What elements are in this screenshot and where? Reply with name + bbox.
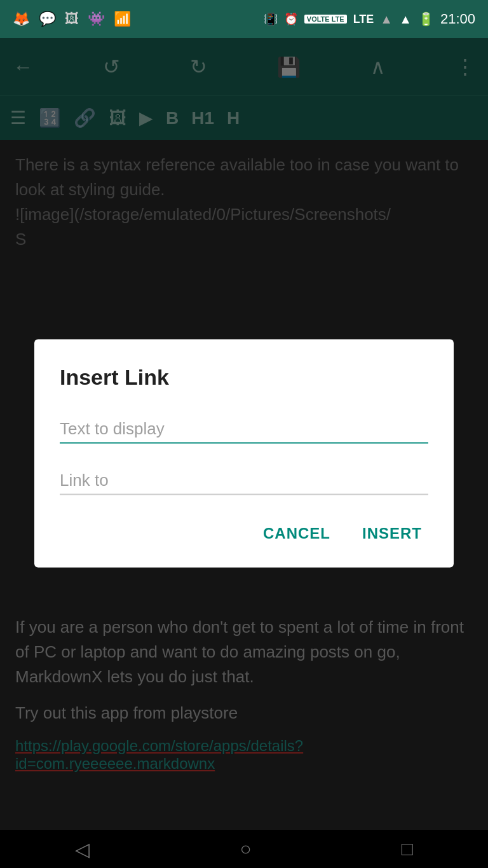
signal-bars-2: ▲: [399, 12, 412, 27]
insert-link-dialog: Insert Link CANCEL INSERT: [34, 339, 454, 567]
whatsapp-icon: 💬: [39, 11, 56, 27]
signal-bars-1: ▲: [380, 12, 393, 27]
link-to-input[interactable]: [60, 466, 428, 495]
cancel-button[interactable]: CANCEL: [257, 518, 337, 548]
dialog-buttons: CANCEL INSERT: [60, 518, 428, 548]
text-display-input[interactable]: [60, 415, 428, 443]
screen-body: ← ↺ ↻ 💾 ∧ ⋮ ☰ 🔢 🔗 🖼 ▶ B H1 H There is a …: [0, 38, 488, 868]
dialog-title: Insert Link: [60, 364, 428, 389]
volte-badge: VOLTE LTE: [304, 15, 347, 24]
status-bar-right: 📳 ⏰ VOLTE LTE LTE ▲ ▲ 🔋 21:00: [264, 11, 475, 27]
clock-display: 21:00: [440, 11, 475, 27]
status-bar: 🦊 💬 🖼 👾 📶 📳 ⏰ VOLTE LTE LTE ▲ ▲ 🔋 21:00: [0, 0, 488, 38]
lte-text: LTE: [353, 13, 374, 26]
vibrate-icon: 📳: [264, 12, 278, 26]
alarm-icon: ⏰: [284, 12, 298, 26]
uc-browser-icon: 🦊: [13, 11, 30, 27]
gallery-icon: 🖼: [65, 11, 79, 27]
status-bar-left-icons: 🦊 💬 🖼 👾 📶: [13, 11, 131, 27]
link-to-input-group: [60, 466, 428, 495]
wifi-settings-icon: 📶: [114, 11, 131, 27]
battery-icon: 🔋: [418, 11, 434, 27]
ghost-icon: 👾: [88, 11, 105, 27]
text-display-input-group: [60, 415, 428, 443]
insert-button[interactable]: INSERT: [356, 518, 428, 548]
